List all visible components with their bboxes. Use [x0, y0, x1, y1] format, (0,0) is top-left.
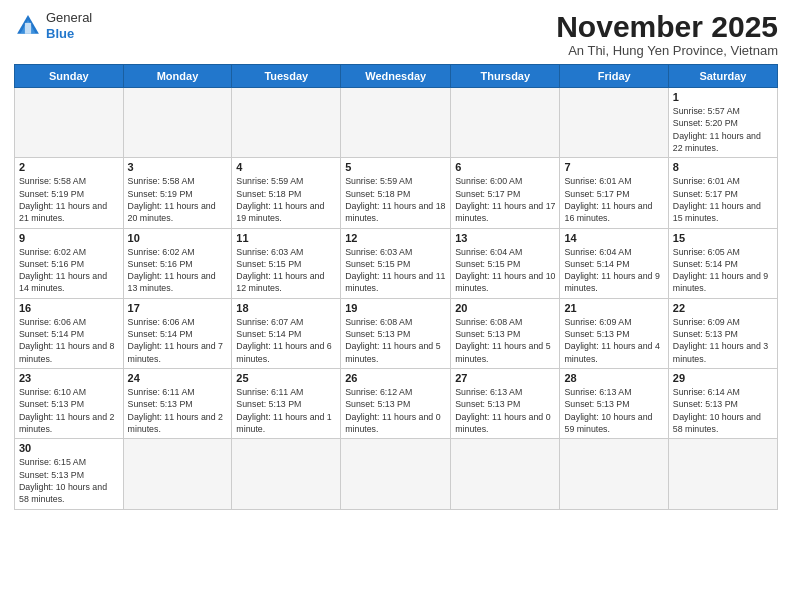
day-number: 24	[128, 372, 228, 384]
day-number: 14	[564, 232, 663, 244]
calendar-cell	[123, 439, 232, 509]
day-info: Sunrise: 6:12 AM Sunset: 5:13 PM Dayligh…	[345, 386, 446, 435]
calendar-cell: 11Sunrise: 6:03 AM Sunset: 5:15 PM Dayli…	[232, 228, 341, 298]
calendar-cell: 16Sunrise: 6:06 AM Sunset: 5:14 PM Dayli…	[15, 298, 124, 368]
title-block: November 2025 An Thi, Hung Yen Province,…	[556, 10, 778, 58]
day-number: 12	[345, 232, 446, 244]
calendar-cell: 13Sunrise: 6:04 AM Sunset: 5:15 PM Dayli…	[451, 228, 560, 298]
logo: General Blue	[14, 10, 92, 41]
day-number: 16	[19, 302, 119, 314]
calendar-cell: 30Sunrise: 6:15 AM Sunset: 5:13 PM Dayli…	[15, 439, 124, 509]
day-number: 23	[19, 372, 119, 384]
day-number: 30	[19, 442, 119, 454]
day-info: Sunrise: 6:13 AM Sunset: 5:13 PM Dayligh…	[455, 386, 555, 435]
month-title: November 2025	[556, 10, 778, 43]
day-number: 27	[455, 372, 555, 384]
week-row-5: 30Sunrise: 6:15 AM Sunset: 5:13 PM Dayli…	[15, 439, 778, 509]
day-info: Sunrise: 6:04 AM Sunset: 5:14 PM Dayligh…	[564, 246, 663, 295]
day-info: Sunrise: 5:58 AM Sunset: 5:19 PM Dayligh…	[19, 175, 119, 224]
day-number: 8	[673, 161, 773, 173]
day-number: 25	[236, 372, 336, 384]
calendar-cell: 6Sunrise: 6:00 AM Sunset: 5:17 PM Daylig…	[451, 158, 560, 228]
calendar-cell: 1Sunrise: 5:57 AM Sunset: 5:20 PM Daylig…	[668, 88, 777, 158]
day-info: Sunrise: 6:03 AM Sunset: 5:15 PM Dayligh…	[345, 246, 446, 295]
calendar-cell: 23Sunrise: 6:10 AM Sunset: 5:13 PM Dayli…	[15, 369, 124, 439]
day-number: 2	[19, 161, 119, 173]
weekday-tuesday: Tuesday	[232, 65, 341, 88]
day-number: 15	[673, 232, 773, 244]
week-row-3: 16Sunrise: 6:06 AM Sunset: 5:14 PM Dayli…	[15, 298, 778, 368]
day-info: Sunrise: 6:04 AM Sunset: 5:15 PM Dayligh…	[455, 246, 555, 295]
calendar-cell	[341, 88, 451, 158]
calendar-cell	[560, 439, 668, 509]
day-info: Sunrise: 6:09 AM Sunset: 5:13 PM Dayligh…	[673, 316, 773, 365]
day-info: Sunrise: 6:11 AM Sunset: 5:13 PM Dayligh…	[236, 386, 336, 435]
calendar-cell: 26Sunrise: 6:12 AM Sunset: 5:13 PM Dayli…	[341, 369, 451, 439]
calendar-header: SundayMondayTuesdayWednesdayThursdayFrid…	[15, 65, 778, 88]
calendar-cell	[123, 88, 232, 158]
weekday-row: SundayMondayTuesdayWednesdayThursdayFrid…	[15, 65, 778, 88]
calendar-cell: 7Sunrise: 6:01 AM Sunset: 5:17 PM Daylig…	[560, 158, 668, 228]
calendar-cell: 22Sunrise: 6:09 AM Sunset: 5:13 PM Dayli…	[668, 298, 777, 368]
day-info: Sunrise: 6:03 AM Sunset: 5:15 PM Dayligh…	[236, 246, 336, 295]
calendar-cell: 24Sunrise: 6:11 AM Sunset: 5:13 PM Dayli…	[123, 369, 232, 439]
calendar-cell: 27Sunrise: 6:13 AM Sunset: 5:13 PM Dayli…	[451, 369, 560, 439]
day-info: Sunrise: 6:00 AM Sunset: 5:17 PM Dayligh…	[455, 175, 555, 224]
week-row-1: 2Sunrise: 5:58 AM Sunset: 5:19 PM Daylig…	[15, 158, 778, 228]
calendar-cell: 19Sunrise: 6:08 AM Sunset: 5:13 PM Dayli…	[341, 298, 451, 368]
calendar-cell	[560, 88, 668, 158]
calendar-cell: 29Sunrise: 6:14 AM Sunset: 5:13 PM Dayli…	[668, 369, 777, 439]
day-number: 17	[128, 302, 228, 314]
day-info: Sunrise: 6:07 AM Sunset: 5:14 PM Dayligh…	[236, 316, 336, 365]
day-number: 6	[455, 161, 555, 173]
day-info: Sunrise: 6:05 AM Sunset: 5:14 PM Dayligh…	[673, 246, 773, 295]
day-number: 9	[19, 232, 119, 244]
day-info: Sunrise: 6:02 AM Sunset: 5:16 PM Dayligh…	[128, 246, 228, 295]
calendar-cell: 17Sunrise: 6:06 AM Sunset: 5:14 PM Dayli…	[123, 298, 232, 368]
day-info: Sunrise: 5:59 AM Sunset: 5:18 PM Dayligh…	[345, 175, 446, 224]
calendar-cell: 15Sunrise: 6:05 AM Sunset: 5:14 PM Dayli…	[668, 228, 777, 298]
day-info: Sunrise: 6:10 AM Sunset: 5:13 PM Dayligh…	[19, 386, 119, 435]
calendar-cell: 2Sunrise: 5:58 AM Sunset: 5:19 PM Daylig…	[15, 158, 124, 228]
weekday-saturday: Saturday	[668, 65, 777, 88]
location-subtitle: An Thi, Hung Yen Province, Vietnam	[556, 43, 778, 58]
day-info: Sunrise: 6:06 AM Sunset: 5:14 PM Dayligh…	[128, 316, 228, 365]
calendar-cell: 8Sunrise: 6:01 AM Sunset: 5:17 PM Daylig…	[668, 158, 777, 228]
day-info: Sunrise: 6:09 AM Sunset: 5:13 PM Dayligh…	[564, 316, 663, 365]
logo-blue: Blue	[46, 26, 92, 42]
day-info: Sunrise: 6:08 AM Sunset: 5:13 PM Dayligh…	[455, 316, 555, 365]
day-info: Sunrise: 6:11 AM Sunset: 5:13 PM Dayligh…	[128, 386, 228, 435]
header: General Blue November 2025 An Thi, Hung …	[14, 10, 778, 58]
day-info: Sunrise: 6:01 AM Sunset: 5:17 PM Dayligh…	[673, 175, 773, 224]
weekday-monday: Monday	[123, 65, 232, 88]
day-number: 19	[345, 302, 446, 314]
day-info: Sunrise: 6:08 AM Sunset: 5:13 PM Dayligh…	[345, 316, 446, 365]
day-number: 26	[345, 372, 446, 384]
calendar-cell	[341, 439, 451, 509]
day-number: 28	[564, 372, 663, 384]
calendar-cell: 28Sunrise: 6:13 AM Sunset: 5:13 PM Dayli…	[560, 369, 668, 439]
day-number: 22	[673, 302, 773, 314]
day-number: 7	[564, 161, 663, 173]
calendar-cell: 25Sunrise: 6:11 AM Sunset: 5:13 PM Dayli…	[232, 369, 341, 439]
day-number: 13	[455, 232, 555, 244]
weekday-thursday: Thursday	[451, 65, 560, 88]
day-info: Sunrise: 6:14 AM Sunset: 5:13 PM Dayligh…	[673, 386, 773, 435]
calendar-cell: 20Sunrise: 6:08 AM Sunset: 5:13 PM Dayli…	[451, 298, 560, 368]
calendar-cell	[451, 439, 560, 509]
page: General Blue November 2025 An Thi, Hung …	[0, 0, 792, 612]
calendar-cell	[451, 88, 560, 158]
calendar-cell: 21Sunrise: 6:09 AM Sunset: 5:13 PM Dayli…	[560, 298, 668, 368]
day-info: Sunrise: 6:13 AM Sunset: 5:13 PM Dayligh…	[564, 386, 663, 435]
calendar-cell	[232, 88, 341, 158]
day-info: Sunrise: 6:01 AM Sunset: 5:17 PM Dayligh…	[564, 175, 663, 224]
week-row-2: 9Sunrise: 6:02 AM Sunset: 5:16 PM Daylig…	[15, 228, 778, 298]
calendar-cell: 9Sunrise: 6:02 AM Sunset: 5:16 PM Daylig…	[15, 228, 124, 298]
weekday-sunday: Sunday	[15, 65, 124, 88]
day-number: 21	[564, 302, 663, 314]
calendar-cell: 3Sunrise: 5:58 AM Sunset: 5:19 PM Daylig…	[123, 158, 232, 228]
day-number: 4	[236, 161, 336, 173]
day-number: 29	[673, 372, 773, 384]
calendar-cell: 14Sunrise: 6:04 AM Sunset: 5:14 PM Dayli…	[560, 228, 668, 298]
week-row-4: 23Sunrise: 6:10 AM Sunset: 5:13 PM Dayli…	[15, 369, 778, 439]
